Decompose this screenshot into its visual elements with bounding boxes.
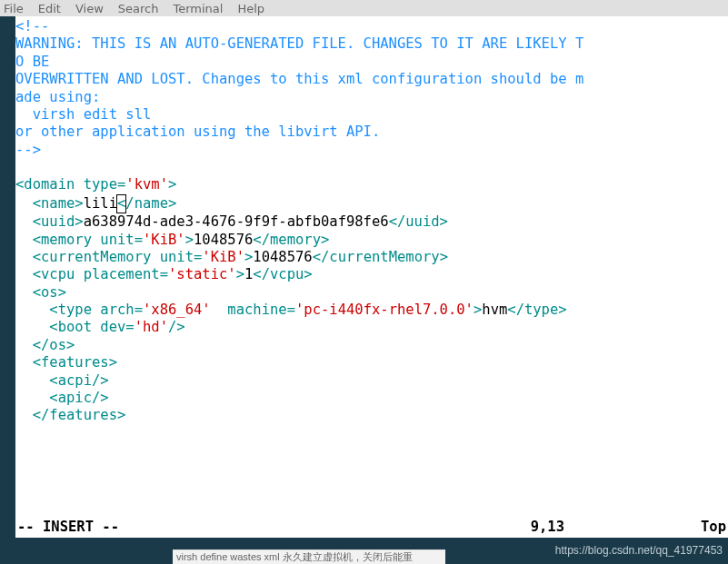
os-open: <os> (33, 284, 66, 301)
apic-tag: <apic/> (49, 390, 108, 406)
terminal-editor[interactable]: <!-- WARNING: THIS IS AN AUTO-GENERATED … (15, 16, 728, 538)
uuid-open: <uuid> (33, 213, 84, 230)
xml-warn-l1: WARNING: THIS IS AN AUTO-GENERATED FILE.… (15, 35, 583, 52)
status-percent: Top (701, 519, 726, 536)
memory-text: 1048576 (194, 232, 253, 248)
acpi-tag: <acpi/> (49, 372, 108, 389)
memory-close: </memory> (253, 232, 329, 248)
type-open: <type (49, 302, 92, 318)
name-text: lili (84, 195, 117, 212)
name-open: <name> (33, 195, 84, 212)
bottom-strip: virsh define wastes xml 永久建立虚拟机，关闭后能重 (173, 549, 445, 564)
xml-comment-close: --> (15, 142, 41, 158)
currentmemory-open: <currentMemory (33, 249, 152, 265)
vcpu-open: <vcpu (33, 266, 75, 282)
type-text: hvm (482, 302, 507, 318)
menu-file[interactable]: File (4, 2, 24, 15)
uuid-text: a638974d-ade3-4676-9f9f-abfb0af98fe6 (84, 213, 389, 230)
boot-open: <boot (49, 319, 92, 335)
menu-search[interactable]: Search (118, 2, 159, 15)
vcpu-text: 1 (244, 266, 253, 282)
watermark: https://blog.csdn.net/qq_41977453 (555, 544, 723, 557)
menu-view[interactable]: View (75, 2, 104, 15)
uuid-close: </uuid> (389, 213, 448, 230)
memory-open: <memory (33, 232, 92, 248)
features-open: <features> (33, 354, 117, 371)
status-position: 9,13 (531, 519, 564, 536)
menu-help[interactable]: Help (237, 2, 264, 15)
name-close: /name> (125, 195, 176, 212)
menu-terminal[interactable]: Terminal (173, 2, 223, 15)
vim-statusline: -- INSERT -- 9,13 Top (15, 519, 728, 538)
domain-open: <domain (15, 176, 75, 193)
menu-edit[interactable]: Edit (38, 2, 61, 15)
boot-close: /> (168, 319, 185, 335)
xml-comment-open: <!-- (15, 18, 49, 35)
editor-content[interactable]: <!-- WARNING: THIS IS AN AUTO-GENERATED … (15, 18, 728, 425)
features-close: </features> (33, 407, 126, 423)
currentmemory-close: </currentMemory> (313, 249, 448, 265)
xml-warn-l4: ade using: (15, 89, 100, 105)
vcpu-close: </vcpu> (253, 266, 312, 282)
menubar: File Edit View Search Terminal Help (0, 0, 728, 16)
xml-warn-l2: O BE (15, 54, 49, 70)
status-mode: -- INSERT -- (17, 519, 119, 536)
xml-warn-l5: virsh edit sll (15, 106, 151, 123)
type-close: </type> (507, 302, 566, 318)
xml-warn-l3: OVERWRITTEN AND LOST. Changes to this xm… (15, 71, 583, 87)
os-close: </os> (33, 337, 75, 353)
currentmemory-text: 1048576 (253, 249, 312, 265)
xml-warn-l6: or other application using the libvirt A… (15, 124, 380, 140)
